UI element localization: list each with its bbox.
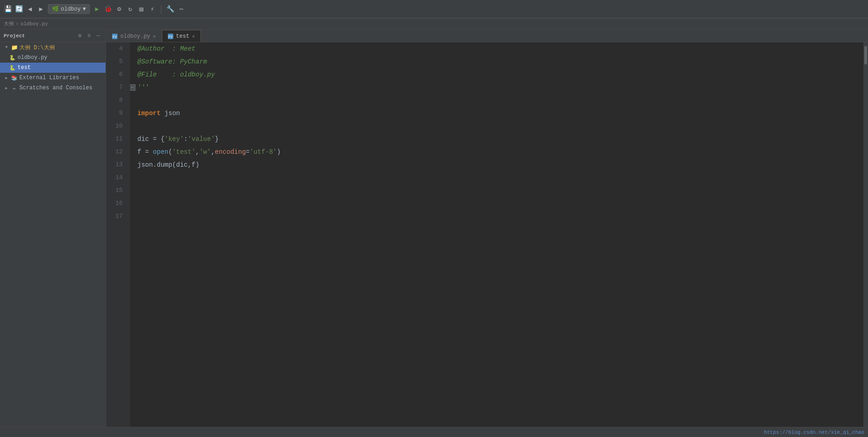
tab-test[interactable]: py test ✕ [162, 30, 201, 42]
code-dic: dic = { [137, 133, 165, 146]
sort-icon[interactable]: ≡ [85, 32, 93, 40]
code-line-12: f = open('test','w',encoding='utf-8') [137, 146, 863, 158]
tab-icon-oldboy: py [112, 34, 118, 39]
code-text-6: @File : oldboy.py [137, 68, 215, 81]
toolbar-separator [161, 5, 161, 14]
forward-icon[interactable]: ▶ [37, 5, 45, 13]
tab-close-test[interactable]: ✕ [192, 34, 195, 39]
arrow-external: ▶ [4, 76, 9, 81]
ln-7: 7 [106, 81, 126, 94]
editor-tabs: py oldboy.py ✕ py test ✕ [106, 29, 868, 42]
ln-12: 12 [106, 146, 126, 158]
ln-4: 4 [106, 42, 126, 55]
branch-dropdown[interactable]: 🌿 oldboy ▼ [48, 4, 90, 14]
save-icon[interactable]: 💾 [4, 5, 12, 13]
breadcrumb: 大例 › oldboy.py [0, 18, 868, 29]
code-text-5: @Software: PyCharm [137, 55, 207, 68]
code-f-assign: f = [137, 146, 153, 158]
code-text-4: @Author : Meet [137, 42, 195, 55]
minimize-icon[interactable]: — [94, 32, 102, 40]
code-line-6: @File : oldboy.py [137, 68, 863, 81]
branch-name: oldboy [61, 6, 81, 12]
code-line-14 [137, 171, 863, 184]
code-line-4: @Author : Meet [137, 42, 863, 55]
code-w-str: 'w' [199, 146, 211, 158]
breadcrumb-separator: › [16, 21, 19, 27]
ln-17: 17 [106, 210, 126, 223]
ln-15: 15 [106, 184, 126, 197]
code-line-13: json.dump(dic,f) [137, 158, 863, 171]
tree-item-scratches[interactable]: ▶ ✏️ Scratches and Consoles [0, 83, 106, 93]
code-line-7: — ''' [137, 81, 863, 94]
code-paren-open: ( [168, 146, 172, 158]
branch-chevron: ▼ [83, 6, 86, 12]
main-layout: Project ⚙ ≡ — ▼ 📁 大例 D:\大例 🐍 oldboy.py � [0, 29, 868, 427]
sidebar-title: Project [4, 33, 74, 39]
tab-close-oldboy[interactable]: ✕ [153, 34, 156, 39]
profile-icon[interactable]: ⚡ [148, 5, 156, 13]
arrow-scratches: ▶ [4, 86, 9, 91]
ln-13: 13 [106, 158, 126, 171]
tab-oldboy[interactable]: py oldboy.py ✕ [106, 30, 162, 42]
code-line-5: @Software: PyCharm [137, 55, 863, 68]
code-comma2: , [211, 146, 215, 158]
code-paren-close: ) [277, 146, 281, 158]
tree-label-external: External Libraries [19, 75, 79, 81]
coverage-icon[interactable]: ▤ [137, 5, 145, 13]
folder-icon-external: 📚 [11, 75, 18, 81]
tree-label-root: 大例 D:\大例 [19, 44, 55, 52]
code-comma1: , [195, 146, 199, 158]
breadcrumb-item-2[interactable]: oldboy.py [21, 21, 48, 27]
project-tree: ▼ 📁 大例 D:\大例 🐍 oldboy.py 🐍 test ▶ 📚 Exte… [0, 42, 106, 93]
tree-item-oldboy[interactable]: 🐍 oldboy.py [0, 52, 106, 63]
fold-indicator-7[interactable]: — [130, 84, 136, 91]
status-bar: https://blog.csdn.net/xie_qi_chao [0, 427, 868, 437]
code-line-16 [137, 197, 863, 210]
editor-area[interactable]: 4 5 6 7 8 9 10 11 12 13 14 15 16 17 [106, 42, 863, 427]
file-icon-oldboy: 🐍 [9, 54, 16, 61]
ln-6: 6 [106, 68, 126, 81]
sync-project-icon[interactable]: ⚙ [76, 32, 83, 40]
tree-label-oldboy: oldboy.py [18, 54, 47, 61]
sync-icon[interactable]: 🔄 [15, 5, 23, 13]
ln-9: 9 [106, 107, 126, 120]
code-line-8 [137, 94, 863, 107]
tree-label-test: test [18, 64, 31, 71]
tree-item-test[interactable]: 🐍 test [0, 63, 106, 73]
ln-10: 10 [106, 120, 126, 133]
right-scrollbar[interactable] [863, 42, 868, 427]
code-line-9: import json [137, 107, 863, 120]
ln-16: 16 [106, 197, 126, 210]
back-icon[interactable]: ◀ [26, 5, 34, 13]
build-icon[interactable]: ⚙ [115, 5, 123, 13]
tree-item-external-libs[interactable]: ▶ 📚 External Libraries [0, 73, 106, 83]
tab-label-test: test [176, 33, 189, 40]
code-key: 'key' [165, 133, 184, 146]
arrow-root: ▼ [4, 45, 9, 50]
code-value: 'value' [188, 133, 215, 146]
code-text-7: ''' [137, 81, 149, 94]
code-line-15 [137, 184, 863, 197]
folder-icon-root: 📁 [11, 44, 18, 51]
status-url[interactable]: https://blog.csdn.net/xie_qi_chao [764, 430, 864, 435]
ln-14: 14 [106, 171, 126, 184]
scratches-icon: ✏️ [11, 85, 18, 91]
sidebar-header-icons: ⚙ ≡ — [76, 32, 102, 40]
wrench-icon[interactable]: 🔧 [166, 5, 174, 13]
editor-section: py oldboy.py ✕ py test ✕ 4 5 6 7 8 9 [106, 29, 868, 427]
code-encoding-param: encoding [215, 146, 246, 158]
code-utf8-str: 'utf-8' [250, 146, 277, 158]
code-content[interactable]: @Author : Meet @Software: PyCharm @File … [130, 42, 863, 427]
reload-icon[interactable]: ↻ [126, 5, 134, 13]
run-icon[interactable]: ▶ [93, 5, 101, 13]
code-open-fn: open [153, 146, 169, 158]
tree-label-scratches: Scratches and Consoles [19, 85, 92, 91]
code-line-11: dic = {'key':'value'} [137, 133, 863, 146]
tree-item-root[interactable]: ▼ 📁 大例 D:\大例 [0, 42, 106, 52]
debug-icon[interactable]: 🐞 [104, 5, 112, 13]
breadcrumb-item-1[interactable]: 大例 [4, 20, 14, 27]
editor-wrapper: 4 5 6 7 8 9 10 11 12 13 14 15 16 17 [106, 42, 868, 427]
ln-8: 8 [106, 94, 126, 107]
more-icon[interactable]: ⋯ [177, 5, 185, 13]
code-eq: = [246, 146, 249, 158]
